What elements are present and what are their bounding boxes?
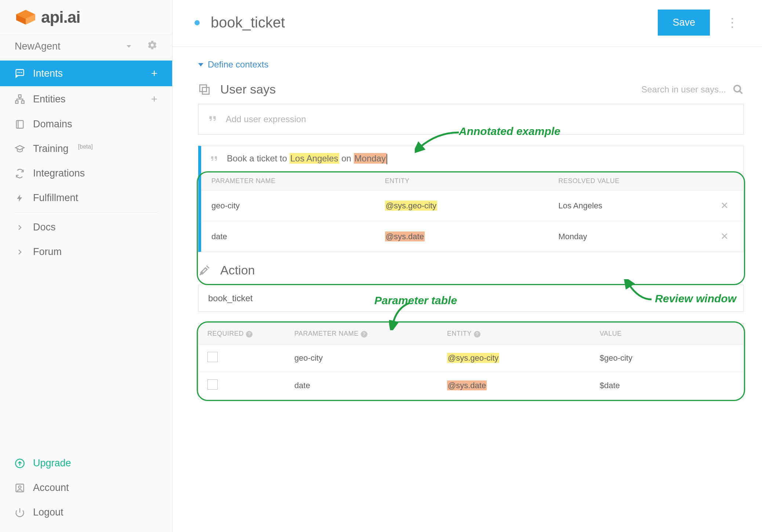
table-row[interactable]: geo-city @sys.geo-city Los Angeles ✕ xyxy=(201,190,743,221)
cell-param-name: geo-city xyxy=(286,345,438,372)
nav-item-integrations[interactable]: Integrations xyxy=(0,161,172,186)
cell-param-name: date xyxy=(286,372,438,400)
close-icon[interactable]: ✕ xyxy=(721,200,729,211)
col-required: REQUIRED xyxy=(207,330,244,337)
svg-point-5 xyxy=(19,72,20,73)
chevron-right-icon xyxy=(15,247,25,257)
svg-line-18 xyxy=(740,91,743,94)
nav-item-entities[interactable]: Entities + xyxy=(0,86,172,112)
power-icon xyxy=(15,507,25,518)
col-entity: ENTITY xyxy=(375,172,548,190)
nav-upgrade[interactable]: Upgrade xyxy=(0,451,172,475)
main: Save ⋮ Define contexts User says xyxy=(173,0,762,532)
svg-rect-8 xyxy=(15,101,18,103)
overlap-icon xyxy=(198,83,211,96)
close-icon[interactable]: ✕ xyxy=(721,231,729,242)
nav-label: Logout xyxy=(33,507,64,518)
chat-icon xyxy=(15,68,25,79)
nav-label: Entities xyxy=(33,94,66,105)
nav-label: Domains xyxy=(33,119,72,130)
cell-resolved: Monday xyxy=(548,221,710,252)
more-menu-icon[interactable]: ⋮ xyxy=(721,20,744,25)
chevron-down-icon xyxy=(198,63,203,66)
help-icon[interactable]: ? xyxy=(246,331,253,338)
search-icon[interactable] xyxy=(733,84,744,95)
required-checkbox[interactable] xyxy=(207,352,218,362)
example-expression[interactable]: Book a ticket to Los Angeles on Monday xyxy=(201,146,743,172)
col-resolved: RESOLVED VALUE xyxy=(548,172,710,190)
svg-rect-7 xyxy=(19,95,21,97)
help-icon[interactable]: ? xyxy=(474,331,480,338)
example-entity-day[interactable]: Monday xyxy=(354,153,387,164)
account-icon xyxy=(15,483,25,493)
chevron-down-icon xyxy=(127,45,131,48)
save-button[interactable]: Save xyxy=(658,10,710,36)
cell-entity: @sys.date xyxy=(447,380,487,390)
topbar: Save ⋮ xyxy=(173,0,762,47)
quote-icon xyxy=(210,153,219,165)
user-says-heading: User says xyxy=(220,82,276,96)
define-contexts-label: Define contexts xyxy=(208,59,268,70)
nav-item-intents[interactable]: Intents + xyxy=(0,61,172,86)
define-contexts-toggle[interactable]: Define contexts xyxy=(198,59,744,70)
cell-resolved: Los Angeles xyxy=(548,190,710,221)
col-param: PARAMETER NAME xyxy=(201,172,375,190)
cell-param-name: geo-city xyxy=(201,190,375,221)
intent-title-input[interactable] xyxy=(211,14,647,31)
nav-item-domains[interactable]: Domains xyxy=(0,112,172,136)
example-entity-city[interactable]: Los Angeles xyxy=(290,153,339,164)
col-param: PARAMETER NAME xyxy=(294,330,359,337)
svg-rect-10 xyxy=(17,120,23,128)
table-row[interactable]: date @sys.date Monday ✕ xyxy=(201,221,743,252)
nav-link-docs[interactable]: Docs xyxy=(0,215,172,240)
brand-logo[interactable]: api.ai xyxy=(0,6,172,34)
svg-rect-16 xyxy=(202,87,209,94)
parameter-table: REQUIRED? PARAMETER NAME? ENTITY? VALUE … xyxy=(198,323,744,400)
book-icon xyxy=(15,119,25,130)
required-checkbox[interactable] xyxy=(207,379,218,390)
annotation-parameter-table: Parameter table xyxy=(374,294,457,307)
cell-entity: @sys.date xyxy=(385,232,425,241)
nav-link-forum[interactable]: Forum xyxy=(0,240,172,264)
logo-icon xyxy=(15,8,37,26)
nav-label: Account xyxy=(33,482,69,493)
svg-rect-15 xyxy=(200,85,206,91)
nav-logout[interactable]: Logout xyxy=(0,500,172,525)
svg-rect-9 xyxy=(22,101,24,103)
svg-point-6 xyxy=(21,72,22,73)
cell-param-name: date xyxy=(201,221,375,252)
col-entity: ENTITY xyxy=(447,330,472,337)
svg-point-17 xyxy=(734,85,741,92)
gear-icon[interactable] xyxy=(147,40,157,53)
brand-name: api.ai xyxy=(41,8,80,26)
cell-entity: @sys.geo-city xyxy=(385,201,437,211)
help-icon[interactable]: ? xyxy=(361,331,367,338)
table-row[interactable]: geo-city @sys.geo-city $geo-city xyxy=(199,345,744,372)
user-says-search-input[interactable] xyxy=(627,84,726,95)
table-row[interactable]: date @sys.date $date xyxy=(199,372,744,400)
example-text-mid: on xyxy=(339,153,354,163)
beta-badge: [beta] xyxy=(78,143,93,150)
annotated-example: Book a ticket to Los Angeles on Monday P… xyxy=(198,146,744,252)
nav-account[interactable]: Account xyxy=(0,475,172,500)
nav-label: Upgrade xyxy=(33,458,71,469)
nav-item-training[interactable]: Training [beta] xyxy=(0,136,172,161)
upgrade-icon xyxy=(15,458,25,469)
nav-label: Fulfillment xyxy=(33,192,78,204)
plus-icon[interactable]: + xyxy=(151,93,157,105)
nav-label: Training xyxy=(33,143,69,154)
agent-name-label: NewAgent xyxy=(15,41,61,52)
nav-label: Integrations xyxy=(33,168,85,179)
add-expression-input[interactable] xyxy=(226,114,734,124)
agent-selector[interactable]: NewAgent xyxy=(0,34,172,58)
nav-label: Docs xyxy=(33,222,56,233)
plus-icon[interactable]: + xyxy=(151,67,157,80)
example-text-prefix: Book a ticket to xyxy=(227,153,290,163)
sync-icon xyxy=(15,168,25,179)
nav: Intents + Entities + Domains xyxy=(0,58,172,264)
text-cursor-icon xyxy=(387,154,387,164)
nav-item-fulfillment[interactable]: Fulfillment xyxy=(0,186,172,210)
nav-label: Intents xyxy=(33,68,63,79)
svg-point-14 xyxy=(19,486,21,488)
status-dot-icon xyxy=(195,20,200,25)
